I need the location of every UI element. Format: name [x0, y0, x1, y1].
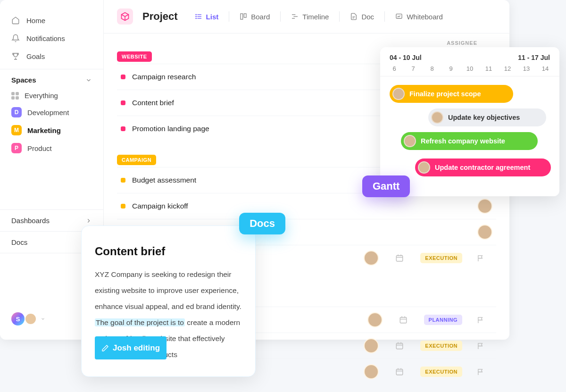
- status-dot: [121, 204, 125, 209]
- space-item-product[interactable]: PProduct: [0, 139, 103, 157]
- assignee-avatar[interactable]: [477, 225, 492, 240]
- space-item-development[interactable]: DDevelopment: [0, 103, 103, 121]
- status-badge[interactable]: EXECUTION: [420, 367, 462, 377]
- gantt-days: 67891011121314: [380, 65, 559, 76]
- view-tab-whiteboard[interactable]: Whiteboard: [392, 11, 446, 23]
- docs-text-mid: ed brand identity.: [186, 302, 241, 310]
- flag-icon: [477, 254, 485, 262]
- space-badge: P: [11, 143, 22, 153]
- workspace-badge: S: [11, 312, 25, 325]
- task-row[interactable]: Campaign kickoff: [117, 193, 496, 219]
- status-dot: [121, 75, 125, 79]
- gantt-bar-label: Refresh company website: [421, 137, 505, 145]
- svg-rect-14: [397, 256, 403, 261]
- calendar-icon: [395, 342, 404, 350]
- svg-point-5: [196, 18, 196, 18]
- avatar: [404, 135, 416, 147]
- gantt-day: 10: [460, 65, 479, 72]
- status-dot: [121, 126, 125, 131]
- gantt-week2: 11 - 17 Jul: [518, 54, 550, 61]
- chevron-right-icon: [85, 217, 92, 224]
- gantt-body: Finalize project scopeUpdate key objecti…: [380, 76, 559, 185]
- gantt-bar[interactable]: Update contractor agreement: [415, 158, 551, 176]
- view-tab-label: List: [206, 13, 219, 21]
- gantt-day: 7: [404, 65, 423, 72]
- status-dot: [121, 178, 125, 183]
- view-tab-timeline[interactable]: Timeline: [288, 11, 332, 23]
- board-icon: [240, 13, 247, 20]
- svg-rect-18: [400, 317, 407, 323]
- docs-body: XYZ Company is seeking to redesign their…: [95, 267, 242, 363]
- priority[interactable]: [469, 368, 492, 376]
- project-title: Project: [142, 10, 178, 23]
- nav-home[interactable]: Home: [0, 11, 103, 29]
- svg-rect-7: [244, 14, 247, 17]
- svg-rect-22: [397, 343, 403, 349]
- gantt-bar[interactable]: Update key objectives: [428, 108, 546, 126]
- view-tab-doc[interactable]: Doc: [347, 11, 377, 23]
- avatar: [431, 111, 443, 124]
- gantt-day: 13: [517, 65, 536, 72]
- nav-docs-label: Docs: [11, 238, 27, 246]
- group-label[interactable]: WEBSITE: [117, 51, 152, 62]
- view-tab-label: Board: [251, 13, 270, 21]
- space-item-marketing[interactable]: MMarketing: [0, 121, 103, 139]
- nav-goals-label: Goals: [26, 52, 45, 60]
- docs-preview-card: Docs Content brief XYZ Company is seekin…: [81, 225, 256, 377]
- gantt-bar[interactable]: Finalize project scope: [390, 85, 513, 103]
- whiteboard-icon: [395, 13, 403, 20]
- assignee-avatar[interactable]: [367, 312, 383, 327]
- view-tab-label: Doc: [361, 13, 374, 21]
- assignee-avatar[interactable]: [364, 338, 379, 353]
- nav-dashboards-label: Dashboards: [11, 217, 50, 225]
- priority[interactable]: [469, 254, 492, 262]
- gantt-label: Gantt: [362, 175, 410, 197]
- flag-icon: [477, 342, 485, 350]
- col-assignee: ASSIGNEE: [447, 40, 477, 46]
- due-date[interactable]: [385, 254, 414, 262]
- space-label: Development: [27, 108, 69, 117]
- due-date[interactable]: [385, 342, 414, 350]
- home-icon: [11, 16, 20, 25]
- due-date[interactable]: [385, 367, 414, 376]
- timeline-icon: [291, 13, 299, 20]
- nav-goals[interactable]: Goals: [0, 47, 103, 65]
- view-tab-board[interactable]: Board: [237, 11, 273, 23]
- nav-notifications[interactable]: Notifications: [0, 29, 103, 47]
- view-tab-label: Whiteboard: [407, 13, 443, 21]
- status-dot: [121, 100, 125, 105]
- gantt-bar-label: Update contractor agreement: [435, 164, 530, 171]
- gantt-bar[interactable]: Refresh company website: [401, 132, 538, 150]
- calendar-icon: [395, 367, 404, 376]
- task-name: Campaign kickoff: [132, 202, 471, 210]
- status-badge[interactable]: PLANNING: [424, 315, 462, 325]
- column-headers: ASSIGNEE: [104, 33, 509, 46]
- assignee-avatar[interactable]: [364, 364, 379, 379]
- svg-point-4: [196, 16, 196, 17]
- assignee-avatar[interactable]: [477, 199, 492, 214]
- pencil-icon: [101, 344, 109, 352]
- project-icon: [117, 8, 133, 25]
- priority[interactable]: [469, 316, 492, 324]
- space-badge: M: [11, 125, 22, 135]
- gantt-day: 12: [498, 65, 517, 72]
- avatar: [392, 88, 405, 100]
- due-date[interactable]: [389, 316, 417, 324]
- flag-icon: [477, 316, 485, 324]
- status-badge[interactable]: EXECUTION: [420, 341, 462, 351]
- gantt-bar-label: Finalize project scope: [409, 90, 481, 98]
- group-label[interactable]: CAMPAIGN: [117, 155, 156, 165]
- view-tab-list[interactable]: List: [192, 11, 222, 23]
- svg-point-3: [196, 14, 196, 15]
- chevron-down-icon: [85, 77, 92, 83]
- gantt-day: 8: [423, 65, 441, 72]
- gantt-day: 14: [536, 65, 555, 72]
- svg-rect-26: [397, 369, 403, 375]
- spaces-header[interactable]: Spaces: [0, 69, 103, 88]
- calendar-icon: [399, 316, 408, 324]
- priority[interactable]: [469, 342, 492, 350]
- status-badge[interactable]: EXECUTION: [420, 253, 462, 263]
- space-everything[interactable]: Everything: [0, 88, 103, 103]
- assignee-avatar[interactable]: [364, 250, 379, 266]
- svg-rect-6: [241, 14, 243, 19]
